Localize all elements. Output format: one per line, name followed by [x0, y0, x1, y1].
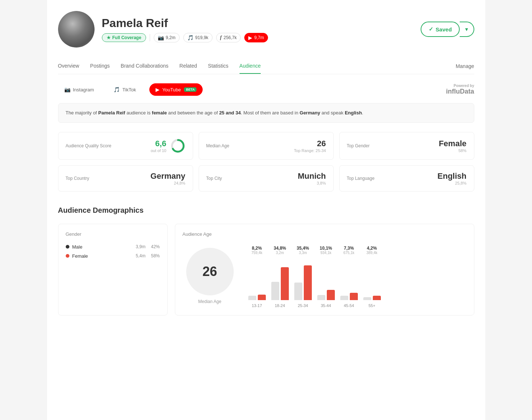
age-chart-title: Audience Age: [183, 231, 467, 237]
powered-by-label: Powered by: [453, 84, 474, 88]
metric-card-quality: Audience Quality Score 6,6 out of 10: [58, 132, 193, 160]
summary-country: Germany: [300, 110, 320, 116]
age-count-35-44: 934,1k: [319, 251, 332, 255]
nav-brand-collaborations[interactable]: Brand Collaborations: [121, 58, 169, 74]
full-coverage-badge: Full Coverage: [102, 33, 146, 42]
age-bar-18-24: 34,8% 3,2m 18-24: [271, 246, 289, 308]
nav-postings[interactable]: Postings: [90, 58, 110, 74]
bar-female-25-34: [304, 265, 312, 300]
profile-left: Pamela Reif Full Coverage 📷 9,2m 🎵 919,9…: [58, 11, 268, 48]
platform-tab-items: 📷 Instagram 🎵 TikTok ▶ YouTube BETA: [58, 83, 203, 96]
youtube-tab-icon: ▶: [156, 87, 160, 92]
nav-overview[interactable]: Overview: [58, 58, 79, 74]
male-stats: 3,9m 42%: [136, 244, 160, 249]
median-age-label: Median Age: [198, 299, 221, 304]
bar-container-13-17: [248, 256, 266, 300]
language-value-block: English 25,8%: [437, 171, 466, 185]
tiktok-badge: 🎵 919,9k: [183, 33, 213, 42]
summary-language: English: [345, 110, 362, 116]
profile-badges: Full Coverage 📷 9,2m 🎵 919,9k f 256,7k: [102, 33, 268, 42]
female-count: 5,4m: [136, 253, 146, 258]
youtube-count: 9,7m: [254, 35, 264, 40]
nav-manage[interactable]: Manage: [456, 59, 474, 73]
city-sub: 3,8%: [298, 181, 326, 185]
age-bar-35-44: 10,1% 934,1k 35-44: [317, 246, 335, 308]
city-value: Munich: [298, 171, 326, 181]
bar-female-18-24: [281, 267, 289, 300]
tab-youtube[interactable]: ▶ YouTube BETA: [149, 83, 203, 96]
check-icon: ✓: [429, 26, 433, 33]
metric-cards: Audience Quality Score 6,6 out of 10 Med…: [58, 132, 474, 192]
age-label-35-44: 35-44: [321, 303, 331, 308]
age-info-55plus: 4,2% 389,4k: [366, 246, 377, 255]
bar-female-35-44: [327, 290, 335, 300]
bar-male-25-34: [294, 283, 302, 300]
facebook-badge: f 256,7k: [216, 33, 241, 42]
bar-male-35-44: [317, 295, 325, 300]
quality-sub: out of 10: [151, 148, 167, 153]
median-age-sub: Top Range: 25-34: [294, 148, 326, 153]
saved-dropdown-button[interactable]: ▼: [460, 22, 474, 37]
tiktok-tab-icon: 🎵: [114, 87, 120, 92]
age-pct-35-44: 10,1%: [319, 246, 332, 251]
gender-item-female: Female 5,4m 58%: [66, 253, 160, 259]
metric-card-median-age: Median Age 26 Top Range: 25-34: [199, 132, 334, 160]
median-age-value: 26: [294, 139, 326, 148]
female-pct: 58%: [151, 253, 160, 258]
summary-gender: female: [152, 110, 167, 116]
bar-male-55plus: [363, 297, 371, 300]
median-age-label: Median Age: [206, 143, 229, 148]
median-number: 26: [202, 264, 217, 279]
age-bar-13-17: 8,2% 759,4k 13-17: [248, 246, 266, 308]
median-age-area: 26 Median Age: [183, 244, 237, 308]
age-label-45-54: 45-54: [344, 303, 354, 308]
nav-items: Overview Postings Brand Collaborations R…: [58, 58, 261, 74]
nav-audience[interactable]: Audience: [240, 58, 261, 74]
youtube-icon: ▶: [248, 35, 252, 41]
bar-container-45-54: [340, 256, 358, 300]
age-bars: 8,2% 759,4k 13-17 34,: [248, 244, 467, 308]
bar-female-13-17: [258, 295, 266, 300]
male-label: Male: [72, 244, 83, 250]
country-value: Germany: [150, 171, 185, 181]
age-inner: 26 Median Age 8,2% 759,4k: [183, 244, 467, 308]
age-info-18-24: 34,8% 3,2m: [273, 246, 286, 255]
nav-related[interactable]: Related: [179, 58, 197, 74]
quality-donut: [170, 138, 185, 154]
quality-label: Audience Quality Score: [66, 143, 111, 148]
age-pct-55plus: 4,2%: [366, 246, 377, 251]
language-sub: 25,8%: [437, 181, 466, 185]
gender-female-name: Female: [66, 253, 88, 259]
metric-card-gender: Top Gender Female 58%: [339, 132, 474, 160]
age-bar-25-34: 35,4% 3,3m 25-34: [294, 246, 312, 308]
gender-value: Female: [439, 139, 467, 148]
age-label-18-24: 18-24: [275, 303, 285, 308]
youtube-badge: ▶ 9,7m: [244, 33, 268, 42]
facebook-icon: f: [220, 35, 222, 41]
header-right: ✓ Saved ▼: [421, 22, 474, 37]
profile-name: Pamela Reif: [102, 16, 268, 30]
saved-button[interactable]: ✓ Saved: [421, 22, 460, 37]
beta-badge: BETA: [184, 87, 196, 92]
gender-card-title: Gender: [66, 231, 160, 237]
profile-info: Pamela Reif Full Coverage 📷 9,2m 🎵 919,9…: [102, 16, 268, 42]
metric-card-city: Top City Munich 3,8%: [199, 165, 334, 192]
demographics-title: Audience Demographics: [58, 206, 474, 215]
gender-card: Gender Male 3,9m 42%: [58, 224, 168, 315]
instagram-tab-icon: 📷: [64, 87, 70, 92]
language-label: Top Language: [347, 176, 375, 181]
bar-male-45-54: [340, 296, 348, 300]
saved-label: Saved: [436, 26, 452, 33]
female-label: Female: [72, 253, 88, 259]
gender-sub: 58%: [439, 148, 467, 153]
age-pct-13-17: 8,2%: [251, 246, 262, 251]
median-age-value-block: 26 Top Range: 25-34: [294, 139, 326, 153]
male-count: 3,9m: [136, 244, 146, 249]
instagram-count: 9,2m: [166, 35, 176, 40]
country-label: Top Country: [66, 176, 89, 181]
language-value: English: [437, 171, 466, 181]
tiktok-icon: 🎵: [187, 35, 194, 41]
nav-statistics[interactable]: Statistics: [208, 58, 229, 74]
tab-instagram[interactable]: 📷 Instagram: [58, 83, 100, 96]
tab-tiktok[interactable]: 🎵 TikTok: [107, 83, 142, 96]
